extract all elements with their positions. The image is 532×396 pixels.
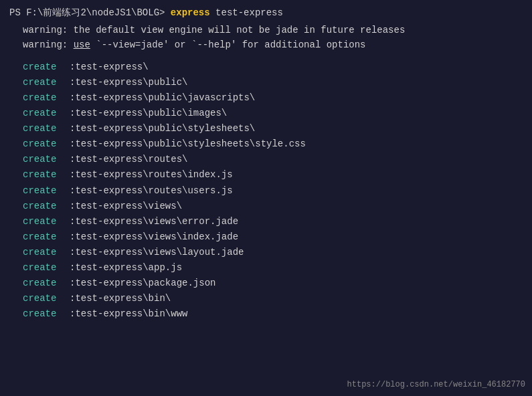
create-path: test-express\routes\users.js <box>75 183 232 199</box>
warning-line-1: warning: the default view engine will no… <box>23 23 523 37</box>
create-path: test-express\public\javascripts\ <box>75 90 255 106</box>
create-separator: : <box>70 183 75 199</box>
create-line: create : test-express\bin\ <box>9 291 523 306</box>
create-keyword: create <box>23 167 70 183</box>
create-path: test-express\views\index.jade <box>75 229 238 245</box>
create-path: test-express\views\layout.jade <box>75 245 244 260</box>
prompt-ps: PS <box>9 7 26 18</box>
create-separator: : <box>70 152 75 167</box>
create-separator: : <box>70 167 75 183</box>
create-keyword: create <box>23 90 70 106</box>
create-line: create : test-express\public\ <box>9 75 523 90</box>
prompt-path: F:\前端练习2\nodeJS1\BOLG <box>26 7 159 19</box>
create-separator: : <box>70 106 75 121</box>
create-separator: : <box>70 306 75 322</box>
prompt-command: express <box>171 7 210 18</box>
create-keyword: create <box>23 183 70 199</box>
create-keyword: create <box>23 106 70 121</box>
create-path: test-express\public\stylesheets\style.cs… <box>75 136 305 152</box>
create-keyword: create <box>23 121 70 136</box>
create-keyword: create <box>23 276 70 291</box>
create-path: test-express\public\images\ <box>75 106 227 121</box>
create-line: create : test-express\routes\ <box>9 152 523 167</box>
warning-block: warning: the default view engine will no… <box>23 23 523 53</box>
create-keyword: create <box>23 199 70 214</box>
create-line: create : test-express\public\images\ <box>9 106 523 121</box>
warning-use-underline: use <box>74 39 90 50</box>
create-separator: : <box>70 291 75 306</box>
create-block: create : test-express\create : test-expr… <box>9 60 523 322</box>
create-line: create : test-express\views\layout.jade <box>9 245 523 260</box>
create-line: create : test-express\public\javascripts… <box>9 90 523 106</box>
create-separator: : <box>70 90 75 106</box>
create-keyword: create <box>23 75 70 90</box>
create-line: create : test-express\package.json <box>9 276 523 291</box>
create-path: test-express\app.js <box>75 260 182 276</box>
create-separator: : <box>70 199 75 214</box>
prompt-line: PS F:\前端练习2\nodeJS1\BOLG > express test-… <box>9 7 523 19</box>
create-keyword: create <box>23 245 70 260</box>
create-path: test-express\package.json <box>75 276 215 291</box>
create-keyword: create <box>23 306 70 322</box>
create-keyword: create <box>23 291 70 306</box>
create-line: create : test-express\views\index.jade <box>9 229 523 245</box>
create-keyword: create <box>23 152 70 167</box>
create-path: test-express\public\ <box>75 75 187 90</box>
create-path: test-express\views\ <box>75 199 182 214</box>
create-line: create : test-express\routes\users.js <box>9 183 523 199</box>
create-line: create : test-express\bin\www <box>9 306 523 322</box>
create-path: test-express\ <box>75 60 148 75</box>
create-separator: : <box>70 245 75 260</box>
create-line: create : test-express\public\stylesheets… <box>9 121 523 136</box>
create-line: create : test-express\public\stylesheets… <box>9 136 523 152</box>
create-separator: : <box>70 260 75 276</box>
create-line: create : test-express\views\ <box>9 199 523 214</box>
create-keyword: create <box>23 229 70 245</box>
create-keyword: create <box>23 214 70 229</box>
create-path: test-express\views\error.jade <box>75 214 238 229</box>
create-line: create : test-express\ <box>9 60 523 75</box>
watermark: https://blog.csdn.net/weixin_46182770 <box>347 380 525 389</box>
create-keyword: create <box>23 260 70 276</box>
create-keyword: create <box>23 136 70 152</box>
create-separator: : <box>70 276 75 291</box>
create-line: create : test-express\views\error.jade <box>9 214 523 229</box>
create-separator: : <box>70 60 75 75</box>
create-separator: : <box>70 75 75 90</box>
create-separator: : <box>70 214 75 229</box>
create-path: test-express\public\stylesheets\ <box>75 121 255 136</box>
create-separator: : <box>70 136 75 152</box>
warning-line-2: warning: use `--view=jade' or `--help' f… <box>23 37 523 52</box>
create-path: test-express\bin\www <box>75 306 187 322</box>
create-line: create : test-express\app.js <box>9 260 523 276</box>
terminal-window: PS F:\前端练习2\nodeJS1\BOLG > express test-… <box>0 0 532 396</box>
create-line: create : test-express\routes\index.js <box>9 167 523 183</box>
prompt-arrow: > <box>159 7 171 18</box>
create-separator: : <box>70 121 75 136</box>
create-separator: : <box>70 229 75 245</box>
create-path: test-express\routes\ <box>75 152 187 167</box>
create-path: test-express\bin\ <box>75 291 171 306</box>
create-path: test-express\routes\index.js <box>75 167 232 183</box>
create-keyword: create <box>23 60 70 75</box>
prompt-args: test-express <box>210 7 283 18</box>
